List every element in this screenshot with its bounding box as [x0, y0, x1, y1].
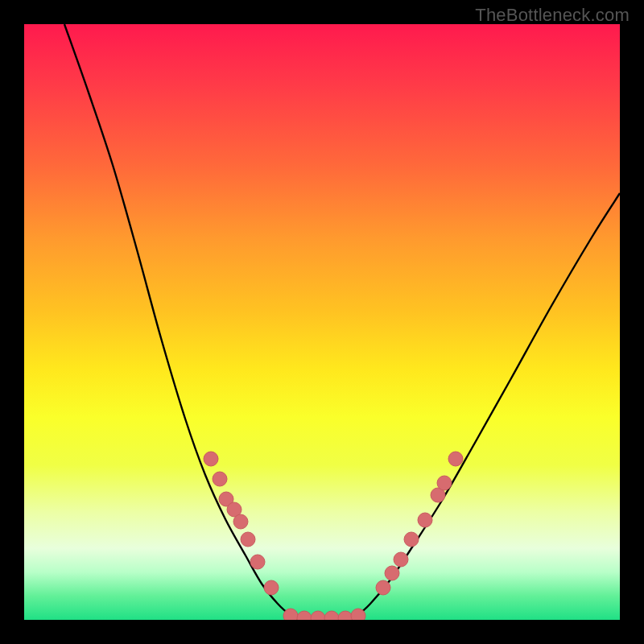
dot — [233, 514, 248, 529]
chart-svg — [24, 24, 620, 620]
dot — [376, 580, 390, 595]
curve-line — [64, 24, 620, 619]
dot — [311, 611, 325, 620]
plot-area — [24, 24, 620, 620]
dot — [250, 555, 265, 569]
dot — [324, 611, 339, 620]
dot — [394, 552, 408, 567]
dot — [213, 472, 227, 486]
dot — [297, 611, 312, 620]
chart-container: TheBottleneck.com — [0, 0, 644, 644]
dot — [264, 580, 279, 595]
dot — [351, 609, 365, 620]
dot — [204, 452, 218, 466]
dot — [418, 513, 432, 527]
watermark-text: TheBottleneck.com — [475, 5, 630, 26]
dot — [338, 611, 353, 620]
dot — [283, 609, 298, 620]
dot — [241, 532, 255, 547]
dot — [437, 476, 452, 490]
dot — [448, 452, 463, 466]
dot — [385, 566, 399, 580]
dot — [404, 532, 419, 547]
dots-group — [204, 452, 463, 620]
